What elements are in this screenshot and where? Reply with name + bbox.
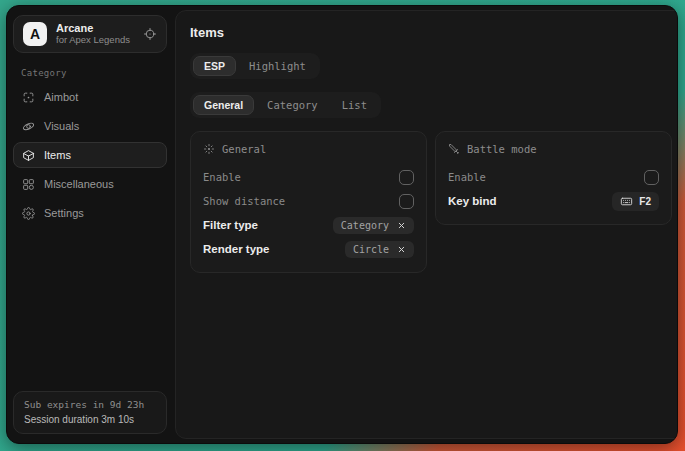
setting-row-show-distance: Show distance: [203, 189, 414, 213]
sidebar-item-items[interactable]: Items: [13, 142, 167, 168]
app-subtitle: for Apex Legends: [56, 35, 134, 46]
sidebar-section-label: Category: [21, 68, 167, 78]
filter-type-select[interactable]: Category: [333, 217, 414, 234]
sub-expires-text: Sub expires in 9d 23h: [24, 398, 156, 412]
setting-row-battle-enable: Enable: [448, 165, 659, 189]
setting-label: Filter type: [203, 219, 258, 231]
sun-dots-icon: [203, 143, 215, 155]
app-name: Arcane: [56, 22, 134, 35]
tab-general[interactable]: General: [193, 95, 254, 115]
general-panel: General Enable Show distance Filter type…: [190, 131, 427, 273]
sidebar-nav: Aimbot Visuals Items: [13, 84, 167, 226]
package-icon: [22, 149, 35, 162]
subscription-info: Sub expires in 9d 23h Session duration 3…: [13, 391, 167, 434]
sidebar-item-visuals[interactable]: Visuals: [13, 113, 167, 139]
session-duration-text: Session duration 3m 10s: [24, 412, 156, 427]
battle-mode-panel: Battle mode Enable Key bind: [435, 131, 672, 225]
enable-checkbox[interactable]: [399, 170, 414, 185]
battle-mode-panel-title: Battle mode: [467, 143, 537, 155]
main-panel: Items ESP Highlight General Category Lis…: [175, 10, 678, 439]
setting-label: Key bind: [448, 195, 497, 207]
key-bind-button[interactable]: F2: [612, 192, 659, 211]
gear-icon: [22, 207, 35, 220]
show-distance-checkbox[interactable]: [399, 194, 414, 209]
setting-label: Enable: [448, 171, 486, 183]
sidebar-spacer: [13, 226, 167, 391]
general-panel-header: General: [203, 143, 414, 155]
keyboard-icon: [620, 195, 633, 208]
sidebar-item-label: Visuals: [44, 120, 79, 132]
tab-esp[interactable]: ESP: [193, 56, 236, 76]
sidebar-item-miscellaneous[interactable]: Miscellaneous: [13, 171, 167, 197]
setting-row-key-bind: Key bind F2: [448, 189, 659, 213]
setting-row-enable: Enable: [203, 165, 414, 189]
tab-list[interactable]: List: [331, 95, 378, 115]
setting-label: Render type: [203, 243, 269, 255]
tab-highlight[interactable]: Highlight: [238, 56, 317, 76]
setting-label: Show distance: [203, 195, 285, 207]
sidebar-item-label: Miscellaneous: [44, 178, 114, 190]
app-card: A Arcane for Apex Legends: [13, 15, 167, 53]
setting-row-render-type: Render type Circle: [203, 237, 414, 261]
sidebar-item-settings[interactable]: Settings: [13, 200, 167, 226]
battle-enable-checkbox[interactable]: [644, 170, 659, 185]
crosshair-scan-icon: [22, 91, 35, 104]
clear-icon[interactable]: [397, 245, 406, 254]
app-meta: Arcane for Apex Legends: [56, 22, 134, 46]
sidebar-item-aimbot[interactable]: Aimbot: [13, 84, 167, 110]
page-title: Items: [190, 25, 672, 40]
general-panel-title: General: [222, 143, 266, 155]
sidebar-item-label: Aimbot: [44, 91, 78, 103]
view-tabs: General Category List: [190, 92, 381, 118]
sidebar-item-label: Items: [44, 149, 71, 161]
setting-row-filter-type: Filter type Category: [203, 213, 414, 237]
sidebar-item-label: Settings: [44, 207, 84, 219]
tab-category[interactable]: Category: [256, 95, 329, 115]
grid-icon: [22, 178, 35, 191]
render-type-select[interactable]: Circle: [345, 241, 414, 258]
app-logo: A: [23, 22, 47, 46]
setting-label: Enable: [203, 171, 241, 183]
settings-panels: General Enable Show distance Filter type…: [190, 131, 672, 273]
mode-tabs: ESP Highlight: [190, 53, 320, 79]
orbit-eye-icon: [22, 120, 35, 133]
sidebar: A Arcane for Apex Legends Category: [7, 6, 175, 443]
clear-icon[interactable]: [397, 221, 406, 230]
crosshair-target-icon[interactable]: [143, 27, 157, 41]
render-type-value: Circle: [353, 244, 389, 255]
filter-type-value: Category: [341, 220, 389, 231]
key-bind-value: F2: [639, 196, 651, 207]
app-window: A Arcane for Apex Legends Category: [6, 5, 678, 444]
battle-mode-panel-header: Battle mode: [448, 143, 659, 155]
sword-icon: [448, 143, 460, 155]
